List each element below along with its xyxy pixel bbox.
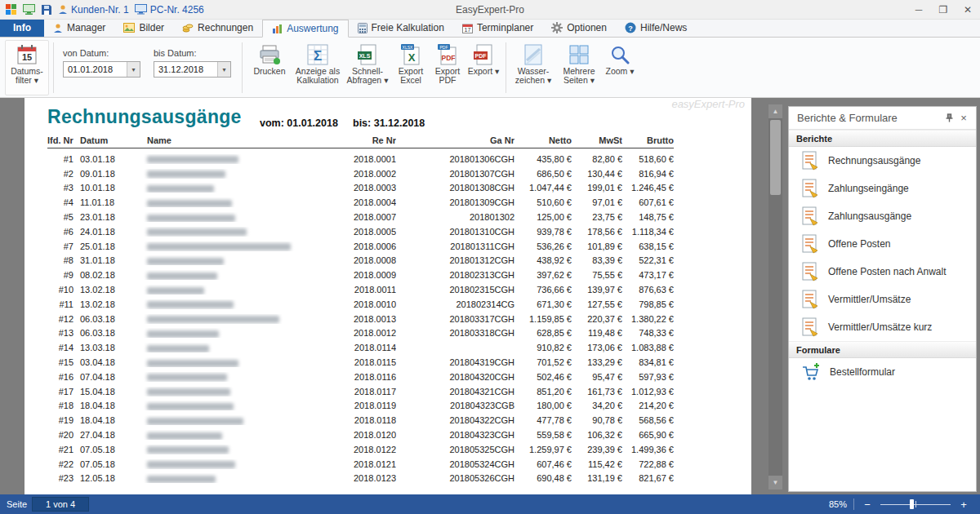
cell-name	[121, 445, 331, 454]
cell-mwst: 119,48 €	[572, 328, 622, 338]
person-icon	[58, 4, 68, 15]
close-button[interactable]: ✕	[956, 0, 980, 19]
tab-bilder[interactable]: Bilder	[114, 19, 173, 37]
save-icon[interactable]	[41, 4, 52, 16]
tab-auswertung[interactable]: Auswertung	[262, 20, 348, 38]
svg-text:PDF: PDF	[442, 54, 456, 62]
tab-hilfe-news[interactable]: ? Hilfe/News	[616, 19, 696, 37]
pc-number[interactable]: PC-Nr. 4256	[135, 4, 204, 16]
mehrere-seiten-button[interactable]: Mehrere Seiten ▾	[556, 40, 602, 95]
cell-datum: 11.01.18	[74, 197, 121, 207]
col-netto: Netto	[514, 135, 572, 145]
panel-title: Berichte & Formulare	[797, 112, 942, 124]
wasserzeichen-button[interactable]: Wasser-zeichen ▾	[510, 40, 556, 95]
table-row: #10 13.02.18 2018.0011 201802315CGH 736,…	[47, 282, 674, 297]
calendar-filter-icon: 15	[16, 44, 38, 65]
zoom-in-button[interactable]: +	[957, 498, 970, 511]
cell-ga-nr: 201804320CGH	[396, 372, 514, 382]
monitor-quick-icon[interactable]	[23, 4, 35, 16]
report-list-item[interactable]: Offene Posten nach Anwalt	[789, 258, 976, 286]
report-list-item[interactable]: Vermittler/Umsätze kurz	[789, 313, 976, 341]
report-list-item[interactable]: Zahlungsausgänge	[789, 202, 976, 230]
bis-datum-select[interactable]: 31.12.2018 ▾	[154, 61, 231, 78]
cell-lfd-nr: #20	[47, 430, 74, 440]
cell-netto: 686,50 €	[514, 169, 572, 179]
scroll-up-icon[interactable]: ▲	[768, 104, 782, 118]
date-filter-group: von Datum: 01.01.2018 ▾ bis Datum: 31.12…	[58, 40, 238, 95]
svg-text:XLSX: XLSX	[403, 45, 413, 50]
cell-brutto: 1.012,93 €	[622, 387, 674, 397]
cell-ga-nr: 201804323CGH	[396, 430, 514, 440]
vertical-scrollbar[interactable]: ▲ ▼	[768, 104, 782, 490]
pin-icon[interactable]	[942, 111, 956, 126]
schnell-abfragen-button[interactable]: XLS Schnell-Abfragen ▾	[343, 40, 392, 95]
export-pdf-button[interactable]: PDFPDF Export PDF	[430, 40, 466, 95]
tab-rechnungen[interactable]: Rechnungen	[173, 19, 262, 37]
customer-number[interactable]: Kunden-Nr. 1	[58, 4, 129, 16]
cell-mwst: 95,47 €	[572, 372, 622, 382]
cell-mwst: 75,55 €	[572, 270, 622, 280]
cell-ga-nr: 201802315CGH	[396, 285, 514, 295]
scroll-down-icon[interactable]: ▼	[768, 476, 782, 490]
drucken-button[interactable]: Drucken	[247, 40, 292, 95]
cell-ga-nr: 201805325CGH	[396, 445, 514, 454]
cell-netto: 180,00 €	[514, 401, 572, 410]
report-list-item-label: Vermittler/Umsätze	[828, 294, 911, 305]
report-form-icon	[801, 206, 819, 226]
report-list-item[interactable]: Zahlungseingänge	[789, 175, 976, 202]
report-list-item[interactable]: Vermittler/Umsätze	[789, 286, 976, 313]
cell-netto: 397,62 €	[514, 270, 572, 280]
cell-netto: 510,60 €	[514, 197, 572, 207]
bar-chart-icon	[272, 24, 283, 34]
zoom-slider[interactable]	[880, 498, 951, 510]
zoom-percentage: 85%	[829, 499, 847, 509]
export-button[interactable]: PDF Export ▾	[466, 40, 501, 95]
cell-lfd-nr: #18	[47, 401, 74, 410]
report-list-item[interactable]: Offene Posten	[789, 230, 976, 258]
cell-mwst: 173,06 €	[572, 343, 622, 352]
cell-datum: 18.04.18	[74, 415, 121, 425]
cell-ga-nr: 201804322CGH	[396, 415, 514, 425]
cell-name	[121, 328, 331, 338]
scrollbar-track[interactable]	[768, 118, 782, 476]
ribbon-toolbar: 15 Datums-filter ▾ von Datum: 01.01.2018…	[0, 38, 980, 98]
anzeige-als-kalkulation-button[interactable]: Σ Anzeige als Kalkulation	[292, 40, 343, 95]
datumsfilter-button[interactable]: 15 Datums-filter ▾	[5, 40, 49, 95]
von-datum-select[interactable]: 01.01.2018 ▾	[63, 61, 140, 78]
scrollbar-thumb[interactable]	[770, 120, 781, 195]
form-list-item[interactable]: Bestellformular	[789, 358, 976, 386]
tab-info[interactable]: Info	[0, 19, 44, 37]
main-area: easyExpert-Pro Rechnungsausgänge vom: 01…	[0, 98, 980, 494]
berichte-list: Rechnungsausgänge Zahlungseingänge	[789, 147, 976, 341]
report-date-to: bis: 31.12.2018	[353, 117, 425, 129]
cell-name	[121, 343, 331, 352]
tab-freie-kalkulation[interactable]: Freie Kalkulation	[349, 19, 453, 37]
report-list-item[interactable]: Rechnungsausgänge	[789, 147, 976, 175]
cell-ga-nr: 201801311CGH	[396, 241, 514, 251]
table-row: #3 10.01.18 2018.0003 201801308CGH 1.047…	[47, 181, 674, 196]
table-row: #21 07.05.18 2018.0122 201805325CGH 1.25…	[47, 442, 674, 457]
tab-optionen[interactable]: Optionen	[542, 19, 616, 37]
formulare-section-header: Formulare	[789, 341, 976, 358]
formulare-list: Bestellformular	[789, 358, 976, 386]
zoom-button[interactable]: Zoom ▾	[602, 40, 638, 95]
table-row: #16 07.04.18 2018.0116 201804320CGH 502,…	[47, 370, 674, 384]
zoom-slider-thumb[interactable]	[910, 499, 914, 509]
cell-datum: 10.01.18	[74, 183, 121, 193]
cell-netto: 851,20 €	[514, 387, 572, 397]
cell-re-nr: 2018.0004	[331, 197, 396, 207]
cell-name	[121, 415, 331, 425]
cell-re-nr: 2018.0120	[331, 430, 396, 440]
zoom-out-button[interactable]: −	[861, 498, 874, 511]
tab-manager[interactable]: Manager	[44, 19, 114, 37]
minimize-button[interactable]: ─	[906, 0, 931, 19]
tab-terminplaner[interactable]: 17 Terminplaner	[453, 19, 542, 37]
cell-datum: 13.03.18	[74, 343, 121, 352]
export-excel-button[interactable]: XLSXX Export Excel	[392, 40, 430, 95]
cell-mwst: 82,80 €	[572, 154, 622, 164]
cell-lfd-nr: #9	[47, 270, 74, 280]
maximize-button[interactable]: ❐	[931, 0, 956, 19]
close-panel-icon[interactable]: ×	[956, 111, 971, 126]
ribbon-separator	[506, 42, 506, 93]
cell-name	[121, 459, 331, 469]
